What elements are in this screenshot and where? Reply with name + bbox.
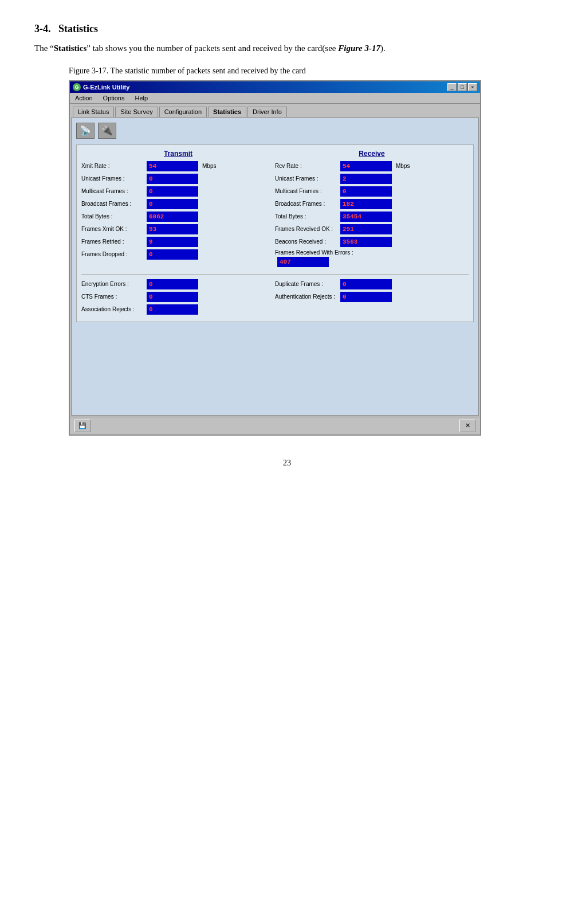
stat-cts-frames: CTS Frames : 0 <box>81 292 275 302</box>
minimize-button[interactable]: _ <box>447 83 457 91</box>
stats-columns: Transmit Xmit Rate : 54 Mbps Unicast Fra… <box>81 150 469 269</box>
transmit-header: Transmit <box>81 150 275 158</box>
stat-total-bytes-rx: Total Bytes : 35454 <box>275 212 469 222</box>
intro-paragraph: The “Statistics” tab shows you the numbe… <box>34 42 540 55</box>
icon-card: 🔌 <box>98 123 116 139</box>
content-area: 📡 🔌 Transmit Xmit Rate : 54 Mbps Unica <box>71 118 479 416</box>
title-bar: G G-EzLink Utility _ □ × <box>70 81 480 93</box>
stat-unicast-tx: Unicast Frames : 0 <box>81 174 275 184</box>
tab-configuration[interactable]: Configuration <box>159 107 207 117</box>
window-bottom-bar: 💾 ✕ <box>70 417 480 434</box>
stat-unicast-rx: Unicast Frames : 2 <box>275 174 469 184</box>
tab-statistics[interactable]: Statistics <box>208 107 246 117</box>
window-title: G-EzLink Utility <box>83 84 129 91</box>
stat-broadcast-tx: Broadcast Frames : 0 <box>81 199 275 209</box>
stat-frames-received-ok: Frames Reveived OK : 291 <box>275 224 469 234</box>
stat-frames-retried: Frames Retried : 9 <box>81 237 275 247</box>
stat-multicast-rx: Multicast Frames : 0 <box>275 186 469 197</box>
menu-bar: Action Options Help <box>70 93 480 104</box>
tab-link-status[interactable]: Link Status <box>73 107 114 117</box>
tab-driver-info[interactable]: Driver Info <box>247 107 287 117</box>
close-x-button[interactable]: ✕ <box>459 420 475 432</box>
stat-multicast-tx: Multicast Frames : 0 <box>81 186 275 197</box>
stat-frames-dropped: Frames Dropped : 0 <box>81 249 275 260</box>
tab-site-survey[interactable]: Site Survey <box>115 107 158 117</box>
transmit-column: Transmit Xmit Rate : 54 Mbps Unicast Fra… <box>81 150 275 269</box>
icon-wireless: 📡 <box>76 123 95 139</box>
tabs-bar: Link Status Site Survey Configuration St… <box>70 104 480 116</box>
receive-column: Receive Rcv Rate : 54 Mbps Unicast Frame… <box>275 150 469 269</box>
intro-figure-ref: Figure 3-17 <box>338 44 380 53</box>
divider <box>81 274 469 275</box>
app-icon: G <box>73 83 81 91</box>
stat-duplicate-frames: Duplicate Frames : 0 <box>275 279 469 289</box>
page-number: 23 <box>34 459 540 468</box>
bottom-right-col: Duplicate Frames : 0 Authentication Reje… <box>275 279 469 317</box>
menu-options[interactable]: Options <box>101 94 127 102</box>
figure-caption: Figure 3-17. The statistic number of pac… <box>69 66 540 76</box>
menu-help[interactable]: Help <box>133 94 151 102</box>
stat-encryption-errors: Encryption Errors : 0 <box>81 279 275 289</box>
stat-frames-errors: Frames Received With Errors : 407 <box>275 249 469 267</box>
bottom-left-col: Encryption Errors : 0 CTS Frames : 0 Ass… <box>81 279 275 317</box>
save-icon-button[interactable]: 💾 <box>74 420 91 432</box>
stat-auth-rejects: Authentication Rejects : 0 <box>275 292 469 302</box>
stat-frames-xmit-ok: Frames Xmit OK : 93 <box>81 224 275 234</box>
stat-rcv-rate: Rcv Rate : 54 Mbps <box>275 161 469 171</box>
stat-xmit-rate: Xmit Rate : 54 Mbps <box>81 161 275 171</box>
intro-bold: Statistics <box>54 44 87 53</box>
receive-header: Receive <box>275 150 469 158</box>
stats-panel: Transmit Xmit Rate : 54 Mbps Unicast Fra… <box>76 144 474 322</box>
stat-total-bytes-tx: Total Bytes : 6062 <box>81 212 275 222</box>
title-bar-left: G G-EzLink Utility <box>73 83 129 91</box>
maximize-button[interactable]: □ <box>458 83 467 91</box>
stat-broadcast-rx: Broadcast Frames : 182 <box>275 199 469 209</box>
close-button[interactable]: × <box>468 83 477 91</box>
toolbar-icons: 📡 🔌 <box>76 123 474 139</box>
window-controls: _ □ × <box>447 83 477 91</box>
bottom-stats: Encryption Errors : 0 CTS Frames : 0 Ass… <box>81 279 469 317</box>
stat-beacons-received: Beacons Received : 3563 <box>275 237 469 247</box>
stat-assoc-rejects: Association Rejects : 0 <box>81 304 275 315</box>
menu-action[interactable]: Action <box>73 94 95 102</box>
section-heading: 3-4. Statistics <box>34 23 540 35</box>
application-window: G G-EzLink Utility _ □ × Action Options … <box>69 80 481 436</box>
